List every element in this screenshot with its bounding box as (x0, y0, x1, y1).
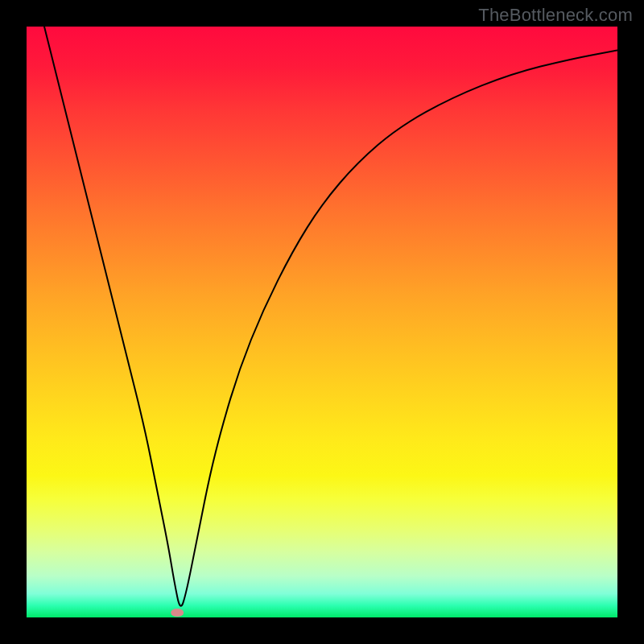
plot-area (27, 27, 617, 617)
chart-frame: TheBottleneck.com (0, 0, 644, 644)
watermark-text: TheBottleneck.com (478, 5, 633, 26)
bottleneck-curve-path (44, 27, 617, 606)
curve-layer (27, 27, 617, 617)
min-point-marker (171, 609, 184, 617)
